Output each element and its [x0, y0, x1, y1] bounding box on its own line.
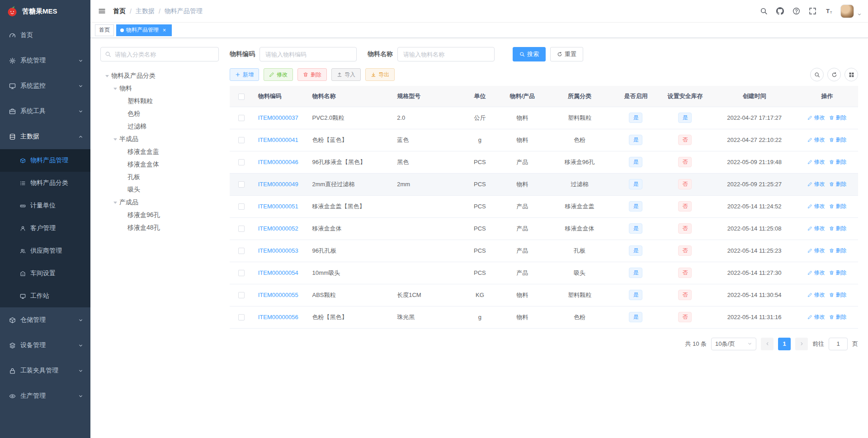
row-checkbox[interactable]	[238, 314, 245, 320]
row-edit-link[interactable]: 修改	[807, 269, 825, 277]
sidebar-item-system-admin[interactable]: 系统管理	[0, 48, 90, 73]
row-edit-link[interactable]: 修改	[807, 203, 825, 210]
tree-node[interactable]: 物料及产品分类	[100, 70, 219, 82]
tree-node[interactable]: 过滤棉	[100, 120, 219, 133]
row-edit-link[interactable]: 修改	[807, 291, 825, 299]
prev-page-button[interactable]	[761, 338, 774, 350]
sidebar-toggle[interactable]	[90, 0, 113, 23]
sidebar-item-unit[interactable]: 计量单位	[0, 194, 90, 217]
delete-button[interactable]: 删除	[297, 68, 327, 81]
row-delete-link[interactable]: 删除	[829, 180, 846, 188]
sidebar-item-workshop[interactable]: 车间设置	[0, 262, 90, 285]
font-size-button[interactable]	[821, 0, 836, 23]
caret-down-icon[interactable]	[111, 88, 119, 90]
row-checkbox[interactable]	[238, 226, 245, 232]
row-edit-link[interactable]: 修改	[807, 136, 825, 144]
material-code-link[interactable]: ITEM00000053	[258, 247, 298, 254]
sidebar-item-system-monitor[interactable]: 系统监控	[0, 73, 90, 99]
material-code-link[interactable]: ITEM00000054	[258, 269, 298, 276]
material-code-link[interactable]: ITEM00000037	[258, 114, 298, 121]
sidebar-item-material-product-category[interactable]: 物料产品分类	[0, 172, 90, 194]
category-search-input[interactable]	[100, 47, 219, 61]
breadcrumb-home[interactable]: 首页	[113, 7, 126, 15]
close-icon[interactable]: ×	[161, 27, 168, 33]
caret-down-icon[interactable]	[111, 202, 119, 204]
tree-node[interactable]: 色粉	[100, 108, 219, 120]
tab-home[interactable]: 首页	[95, 24, 114, 36]
material-code-link[interactable]: ITEM00000055	[258, 292, 298, 298]
edit-button[interactable]: 修改	[264, 68, 293, 81]
tree-node[interactable]: 物料	[100, 82, 219, 95]
row-delete-link[interactable]: 删除	[829, 225, 846, 232]
tree-node[interactable]: 孔板	[100, 171, 219, 184]
material-name-input[interactable]	[397, 47, 495, 61]
column-settings-button[interactable]	[844, 68, 858, 81]
material-code-link[interactable]: ITEM00000049	[258, 181, 298, 188]
material-code-link[interactable]: ITEM00000056	[258, 314, 298, 320]
tree-node[interactable]: 半成品	[100, 133, 219, 146]
sidebar-item-home[interactable]: 首页	[0, 23, 90, 48]
tree-node[interactable]: 移液盒48孔	[100, 221, 219, 234]
add-button[interactable]: 新增	[230, 68, 259, 81]
row-edit-link[interactable]: 修改	[807, 158, 825, 166]
tree-node[interactable]: 吸头	[100, 184, 219, 196]
row-checkbox[interactable]	[238, 115, 245, 121]
page-size-select[interactable]: 10条/页	[711, 338, 756, 350]
row-delete-link[interactable]: 删除	[829, 203, 846, 210]
refresh-table-button[interactable]	[827, 68, 841, 81]
caret-down-icon[interactable]	[103, 75, 111, 77]
row-delete-link[interactable]: 删除	[829, 114, 846, 122]
fullscreen-button[interactable]	[805, 0, 820, 23]
export-button[interactable]: 导出	[365, 68, 395, 81]
tab-material-product-mgmt[interactable]: 物料产品管理 ×	[116, 24, 172, 36]
sidebar-item-master-data[interactable]: 主数据	[0, 124, 90, 149]
row-edit-link[interactable]: 修改	[807, 114, 825, 122]
material-code-link[interactable]: ITEM00000041	[258, 137, 298, 143]
row-checkbox[interactable]	[238, 181, 245, 188]
avatar[interactable]	[840, 5, 854, 18]
row-checkbox[interactable]	[238, 137, 245, 143]
sidebar-item-supplier[interactable]: 供应商管理	[0, 240, 90, 262]
app-logo[interactable]: 苦糖果MES	[0, 0, 90, 23]
material-code-input[interactable]	[259, 47, 357, 61]
row-delete-link[interactable]: 删除	[829, 313, 846, 321]
help-button[interactable]	[789, 0, 803, 23]
sidebar-item-production[interactable]: 生产管理	[0, 383, 90, 409]
row-checkbox[interactable]	[238, 203, 245, 210]
github-button[interactable]	[773, 0, 787, 23]
header-search-button[interactable]	[756, 0, 771, 23]
row-checkbox[interactable]	[238, 292, 245, 298]
row-delete-link[interactable]: 删除	[829, 269, 846, 277]
caret-down-icon[interactable]	[111, 138, 119, 141]
row-edit-link[interactable]: 修改	[807, 247, 825, 254]
row-edit-link[interactable]: 修改	[807, 180, 825, 188]
tree-node[interactable]: 移液盒96孔	[100, 209, 219, 221]
material-code-link[interactable]: ITEM00000052	[258, 225, 298, 232]
row-checkbox[interactable]	[238, 270, 245, 276]
tree-node[interactable]: 塑料颗粒	[100, 95, 219, 108]
tree-node[interactable]: 移液盒盒体	[100, 158, 219, 171]
import-button[interactable]: 导入	[331, 68, 361, 81]
sidebar-item-material-product-mgmt[interactable]: 物料产品管理	[0, 149, 90, 172]
next-page-button[interactable]	[795, 338, 808, 350]
sidebar-item-system-tools[interactable]: 系统工具	[0, 99, 90, 124]
tree-node[interactable]: 移液盒盒盖	[100, 146, 219, 158]
sidebar-item-equipment[interactable]: 设备管理	[0, 333, 90, 358]
goto-page-input[interactable]	[829, 338, 848, 350]
row-delete-link[interactable]: 删除	[829, 247, 846, 254]
row-checkbox[interactable]	[238, 159, 245, 165]
tree-node[interactable]: 产成品	[100, 196, 219, 209]
sidebar-item-workstation[interactable]: 工作站	[0, 285, 90, 307]
sidebar-item-customer[interactable]: 客户管理	[0, 217, 90, 240]
sidebar-item-tooling[interactable]: 工装夹具管理	[0, 358, 90, 383]
row-edit-link[interactable]: 修改	[807, 313, 825, 321]
sidebar-item-warehouse[interactable]: 仓储管理	[0, 307, 90, 333]
reset-button[interactable]: 重置	[550, 47, 583, 61]
row-delete-link[interactable]: 删除	[829, 158, 846, 166]
material-code-link[interactable]: ITEM00000051	[258, 203, 298, 210]
row-delete-link[interactable]: 删除	[829, 291, 846, 299]
row-checkbox[interactable]	[238, 248, 245, 254]
material-code-link[interactable]: ITEM00000046	[258, 159, 298, 165]
row-delete-link[interactable]: 删除	[829, 136, 846, 144]
toggle-search-button[interactable]	[810, 68, 824, 81]
